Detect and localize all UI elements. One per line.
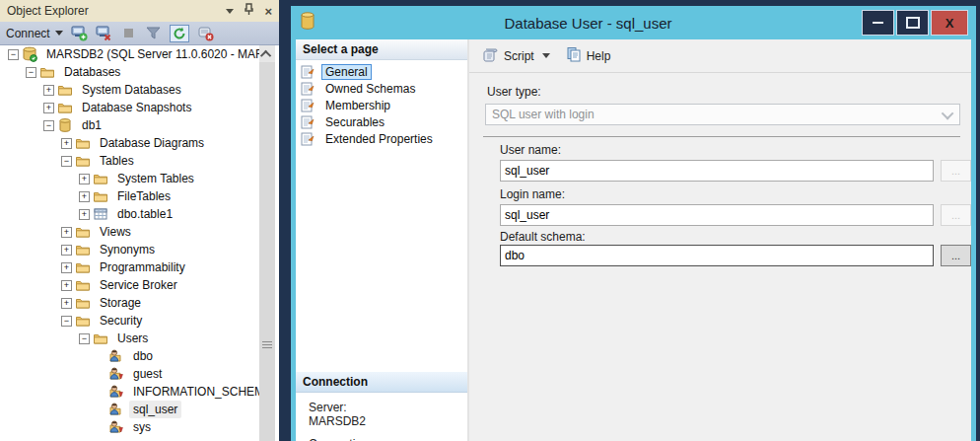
tree-item-label: dbo.table1: [113, 205, 176, 223]
page-item-securables[interactable]: Securables: [296, 113, 467, 130]
tree-item-dbo[interactable]: dbo: [0, 347, 259, 365]
page-icon: [300, 64, 316, 79]
expander-plus-icon[interactable]: +: [61, 280, 72, 291]
tree-item-system-databases[interactable]: +System Databases: [0, 81, 259, 99]
tree-item-db1[interactable]: −db1: [0, 116, 259, 134]
default-schema-input[interactable]: [500, 245, 934, 266]
tree-scrollbar[interactable]: [259, 45, 275, 441]
expander-minus-icon[interactable]: −: [79, 333, 90, 344]
tree-item-storage[interactable]: +Storage: [0, 294, 259, 312]
tree-item-tables[interactable]: −Tables: [0, 152, 259, 170]
tree-item-label: Tables: [96, 152, 138, 170]
page-item-label: Securables: [321, 114, 388, 130]
tree-item-programmability[interactable]: +Programmability: [0, 258, 259, 276]
page-item-label: General: [321, 64, 372, 80]
expander-minus-icon[interactable]: −: [8, 49, 19, 60]
default-schema-browse-button[interactable]: ...: [941, 245, 971, 266]
close-button[interactable]: X: [931, 10, 968, 36]
tree-item-label: Synonyms: [96, 241, 159, 258]
object-explorer-titlebar[interactable]: Object Explorer ×: [0, 0, 279, 22]
expander-plus-icon[interactable]: +: [43, 103, 54, 113]
connect-server-icon[interactable]: [71, 25, 88, 41]
expander-minus-icon[interactable]: −: [61, 156, 72, 167]
expander-plus-icon[interactable]: +: [43, 85, 54, 96]
scrollbar-grip[interactable]: [262, 339, 272, 350]
page-item-general[interactable]: General: [296, 63, 467, 80]
expander-minus-icon[interactable]: −: [61, 316, 72, 327]
help-book-icon: [566, 46, 582, 65]
connect-button[interactable]: Connect: [6, 27, 63, 40]
connection-label: Connection:: [309, 437, 467, 441]
expander-plus-icon[interactable]: +: [61, 138, 72, 149]
login-name-input: [500, 204, 934, 226]
dialog-titlebar[interactable]: Database User - sql_user X: [291, 6, 976, 39]
script-error-icon[interactable]: [197, 25, 214, 41]
expander-spacer: [97, 405, 105, 414]
folder-icon: [75, 259, 91, 275]
tree-item-system-tables[interactable]: +System Tables: [0, 170, 259, 187]
user-type-label: User type:: [487, 85, 541, 99]
tree-item-sql-user[interactable]: sql_user: [0, 401, 259, 418]
pin-icon[interactable]: [244, 3, 254, 19]
screenshot-root: Object Explorer × Connect: [0, 0, 980, 441]
tree-item-database-snapshots[interactable]: +Database Snapshots: [0, 99, 259, 116]
expander-plus-icon[interactable]: +: [61, 227, 72, 238]
folder-icon: [93, 171, 108, 186]
tree-item-sys[interactable]: sys: [0, 418, 259, 436]
tree-item-filetables[interactable]: +FileTables: [0, 187, 259, 205]
expander-spacer: [97, 352, 105, 361]
dialog-toolbar: Script Help: [469, 39, 971, 73]
expander-plus-icon[interactable]: +: [61, 262, 72, 273]
object-explorer-tree: −MARSDB2 (SQL Server 11.0.6020 - MARSD−D…: [0, 45, 259, 441]
folder-icon: [75, 277, 91, 293]
tree-item-dbo-table1[interactable]: +dbo.table1: [0, 205, 259, 223]
object-explorer-panel: Object Explorer × Connect: [0, 0, 279, 441]
database-icon: [57, 117, 73, 133]
tree-item-information-schema[interactable]: INFORMATION_SCHEMA: [0, 383, 259, 401]
script-button[interactable]: Script: [482, 47, 550, 65]
expander-plus-icon[interactable]: +: [61, 245, 72, 256]
window-position-chevron-icon[interactable]: [226, 9, 234, 14]
database-user-dialog: Database User - sql_user X Select a page…: [291, 6, 976, 441]
expander-plus-icon[interactable]: +: [79, 174, 90, 184]
tree-item-label: Security: [96, 312, 146, 330]
script-dropdown-chevron-icon[interactable]: [542, 53, 550, 58]
tree-item-guest[interactable]: guest: [0, 365, 259, 383]
page-item-extended-properties[interactable]: Extended Properties: [296, 130, 467, 147]
help-button[interactable]: Help: [566, 46, 611, 65]
default-schema-label: Default schema:: [500, 230, 586, 244]
tree-item-databases[interactable]: −Databases: [0, 63, 259, 81]
tree-item-label: sql_user: [129, 401, 181, 418]
refresh-icon[interactable]: [170, 25, 189, 42]
page-item-owned-schemas[interactable]: Owned Schemas: [296, 80, 467, 97]
server-icon: [22, 46, 37, 62]
expander-plus-icon[interactable]: +: [79, 191, 90, 202]
expander-plus-icon[interactable]: +: [79, 209, 90, 220]
user-deny-icon: [108, 419, 124, 435]
tree-item-security[interactable]: −Security: [0, 312, 259, 330]
table-icon: [93, 206, 108, 222]
page-icon: [300, 114, 316, 129]
tree-item-synonyms[interactable]: +Synonyms: [0, 241, 259, 258]
object-explorer-title: Object Explorer: [7, 4, 226, 18]
tree-item-views[interactable]: +Views: [0, 223, 259, 241]
expander-minus-icon[interactable]: −: [26, 67, 36, 78]
page-item-membership[interactable]: Membership: [296, 97, 467, 113]
tree-item-users[interactable]: −Users: [0, 330, 259, 347]
folder-icon: [75, 242, 91, 257]
minimize-button[interactable]: [862, 10, 894, 36]
tree-item-label: System Databases: [78, 81, 185, 99]
expander-minus-icon[interactable]: −: [43, 120, 54, 131]
tree-item-marsdb2-sql-server-11-0-6020-marsd[interactable]: −MARSDB2 (SQL Server 11.0.6020 - MARSD: [0, 45, 259, 63]
tree-item-database-diagrams[interactable]: +Database Diagrams: [0, 134, 259, 152]
maximize-button[interactable]: [896, 10, 929, 36]
close-icon[interactable]: ×: [264, 5, 272, 18]
tree-item-service-broker[interactable]: +Service Broker: [0, 276, 259, 294]
tree-item-label: Database Diagrams: [96, 134, 208, 152]
disconnect-server-icon[interactable]: [96, 25, 112, 41]
scrollbar-up-arrow-icon[interactable]: [259, 45, 275, 62]
tree-item-label: Service Broker: [96, 276, 181, 294]
folder-icon: [39, 64, 55, 80]
expander-plus-icon[interactable]: +: [61, 298, 72, 309]
folder-icon: [93, 331, 108, 346]
